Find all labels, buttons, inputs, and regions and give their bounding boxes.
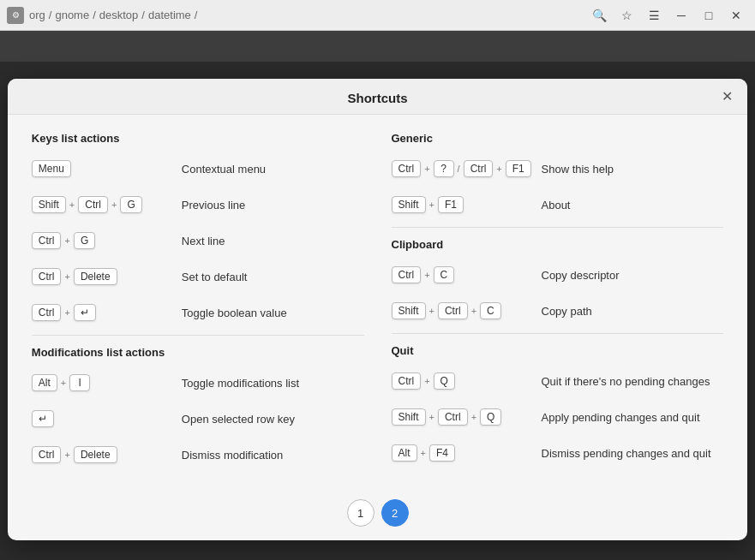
label-copy-descriptor: Copy descriptor	[542, 269, 620, 282]
sep-14: +	[423, 376, 430, 386]
keys-show-help: Ctrl + ? / Ctrl + F1	[392, 160, 542, 177]
sep-1: +	[69, 200, 75, 210]
modifications-list-section-title: Modifications list actions	[32, 346, 364, 359]
breadcrumb-gnome: gnome	[55, 9, 89, 21]
shortcut-row-open-row: ↵ Open selected row key	[32, 405, 364, 432]
breadcrumb-desktop: desktop	[99, 9, 139, 21]
shortcut-row-about: Shift + F1 About	[392, 191, 724, 218]
label-open-row: Open selected row key	[182, 413, 295, 426]
dialog-title: Shortcuts	[347, 91, 407, 105]
keys-dismiss-quit: Alt + F4	[392, 444, 542, 462]
keys-set-default: Ctrl + Delete	[32, 268, 182, 285]
breadcrumb-sep4: /	[195, 9, 198, 21]
key-ctrl-9: Ctrl	[438, 302, 468, 319]
pagination: 1 2	[8, 491, 747, 540]
key-ctrl-11: Ctrl	[438, 408, 468, 426]
label-toggle-mods: Toggle modifications list	[182, 377, 299, 390]
shortcut-row-dismiss-mod: Ctrl + Delete Dismiss modification	[32, 441, 364, 468]
keys-open-row: ↵	[32, 410, 182, 427]
shortcut-row-apply-quit: Shift + Ctrl + Q Apply pending changes a…	[392, 403, 724, 431]
keys-list-section-title: Keys list actions	[32, 132, 364, 145]
sep-6: +	[60, 378, 67, 388]
window-close-button[interactable]: ✕	[724, 3, 748, 27]
dialog-body: Keys list actions Menu Contextual menu S…	[8, 115, 747, 491]
key-shift-2: Shift	[392, 196, 426, 213]
sep-slash: /	[457, 164, 461, 174]
dialog-overlay: Shortcuts ✕ Keys list actions Menu Conte…	[0, 62, 755, 560]
quit-section-title: Quit	[392, 344, 724, 357]
breadcrumb-sep2: /	[93, 9, 96, 21]
sep-4: +	[63, 271, 70, 282]
key-ctrl-3: Ctrl	[32, 268, 62, 285]
keys-previous-line: Shift + Ctrl + G	[32, 196, 182, 213]
label-dismiss-mod: Dismiss modification	[182, 449, 283, 462]
key-menu: Menu	[32, 160, 71, 177]
key-shift-4: Shift	[392, 408, 426, 426]
sep-3: +	[63, 235, 70, 246]
keys-dismiss-mod: Ctrl + Delete	[32, 446, 182, 463]
sep-15: +	[428, 412, 435, 422]
sep-10: +	[428, 200, 435, 210]
shortcuts-dialog: Shortcuts ✕ Keys list actions Menu Conte…	[8, 79, 747, 540]
shortcut-row-previous-line: Shift + Ctrl + G Previous line	[32, 191, 364, 218]
sep-5: +	[63, 307, 70, 318]
key-ctrl-6: Ctrl	[392, 160, 422, 177]
bookmark-button[interactable]: ☆	[614, 3, 638, 27]
key-ctrl-1: Ctrl	[78, 196, 108, 213]
sep-13: +	[470, 306, 477, 316]
key-shift-3: Shift	[392, 302, 426, 319]
maximize-button[interactable]: □	[697, 3, 721, 27]
key-g-2: G	[74, 232, 95, 249]
minimize-button[interactable]: ─	[669, 3, 693, 27]
shortcut-row-copy-descriptor: Ctrl + C Copy descriptor	[392, 261, 724, 289]
shortcut-row-next-line: Ctrl + G Next line	[32, 227, 364, 254]
sep-17: +	[420, 448, 427, 458]
sep-2: +	[111, 200, 117, 210]
sep-7: +	[63, 450, 70, 460]
shortcut-row-toggle-mods: Alt + I Toggle modifications list	[32, 369, 364, 396]
sep-12: +	[428, 306, 435, 316]
key-ctrl-4: Ctrl	[32, 304, 62, 321]
label-quit-no-pending: Quit if there's no pending changes	[542, 375, 710, 388]
key-g-1: G	[120, 196, 141, 213]
key-return-1: ↵	[74, 304, 96, 321]
breadcrumb-sep1: /	[49, 9, 52, 21]
key-ctrl-2: Ctrl	[32, 232, 62, 249]
titlebar: ⚙ org / gnome / desktop / datetime / 🔍 ☆…	[0, 0, 755, 31]
page-button-2[interactable]: 2	[381, 499, 409, 527]
key-return-2: ↵	[32, 410, 54, 427]
keys-copy-path: Shift + Ctrl + C	[392, 302, 542, 319]
divider-3	[392, 333, 724, 334]
sep-16: +	[470, 412, 477, 422]
sep-9: +	[495, 164, 502, 174]
keys-apply-quit: Shift + Ctrl + Q	[392, 408, 542, 426]
keys-toggle-mods: Alt + I	[32, 374, 182, 391]
label-show-help: Show this help	[542, 163, 614, 176]
key-f4: F4	[429, 444, 455, 462]
dialog-close-button[interactable]: ✕	[715, 85, 739, 109]
shortcut-row-toggle-boolean: Ctrl + ↵ Toggle boolean value	[32, 299, 364, 326]
keys-copy-descriptor: Ctrl + C	[392, 266, 542, 283]
label-apply-quit: Apply pending changes and quit	[542, 411, 700, 424]
key-delete-1: Delete	[74, 268, 117, 285]
label-set-default: Set to default	[182, 271, 248, 283]
left-column: Keys list actions Menu Contextual menu S…	[32, 132, 364, 477]
search-button[interactable]: 🔍	[587, 3, 611, 27]
sep-8: +	[423, 164, 430, 174]
label-previous-line: Previous line	[182, 199, 245, 211]
label-about: About	[542, 199, 571, 211]
key-ctrl-8: Ctrl	[392, 266, 422, 283]
key-c-1: C	[434, 266, 455, 283]
shortcut-row-quit-no-pending: Ctrl + Q Quit if there's no pending chan…	[392, 367, 724, 395]
key-q-2: Q	[480, 408, 501, 426]
label-contextual-menu: Contextual menu	[182, 163, 266, 176]
titlebar-left: ⚙ org / gnome / desktop / datetime /	[7, 7, 197, 24]
key-ctrl-5: Ctrl	[32, 446, 62, 463]
page-button-1[interactable]: 1	[347, 499, 375, 527]
menu-button[interactable]: ☰	[642, 3, 666, 27]
shortcut-row-dismiss-quit: Alt + F4 Dismiss pending changes and qui…	[392, 439, 724, 467]
key-ctrl-10: Ctrl	[392, 372, 422, 390]
keys-toggle-boolean: Ctrl + ↵	[32, 304, 182, 321]
label-copy-path: Copy path	[542, 305, 592, 318]
label-dismiss-quit: Dismiss pending changes and quit	[542, 447, 711, 460]
